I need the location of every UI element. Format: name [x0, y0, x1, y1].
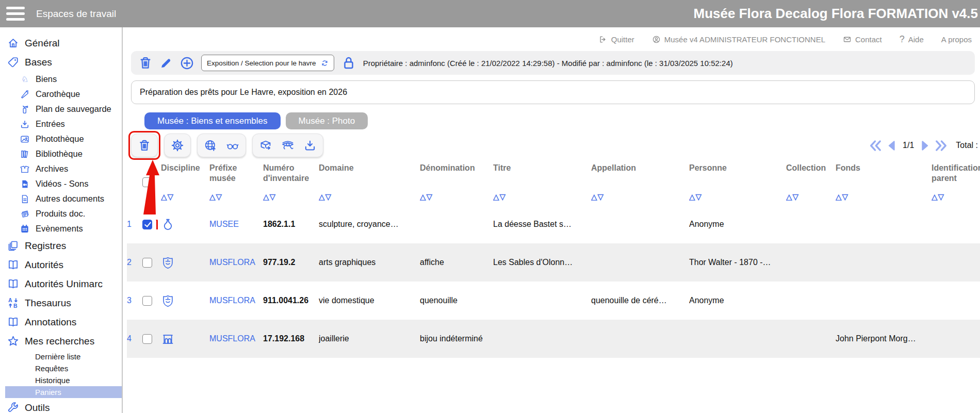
sort-icons[interactable]: △▽ [932, 192, 977, 202]
prefixe-link[interactable]: MUSEE [209, 220, 239, 229]
refresh-icon[interactable] [321, 59, 329, 67]
tab[interactable]: Musée : Biens et ensembles [144, 112, 281, 129]
edit-basket-icon[interactable] [159, 56, 173, 70]
domaine-cell: joaillerie [319, 334, 420, 343]
glasses-icon[interactable] [226, 139, 239, 152]
sidebar-item-label: Paniers [35, 388, 61, 397]
sidebar-item[interactable]: Mes recherches [5, 332, 122, 351]
sort-icons[interactable]: △▽ [836, 192, 928, 202]
sidebar-item-label: Vidéos - Sons [36, 179, 88, 189]
delete-basket-icon[interactable] [138, 56, 153, 70]
globe-export-icon[interactable] [204, 139, 217, 152]
previous-page-icon[interactable] [885, 139, 899, 153]
table-row[interactable]: 3 MUSFLORA 911.0041.26 vie domestique qu… [127, 282, 980, 320]
sidebar-item[interactable]: Bibliothèque [5, 146, 122, 161]
quitter-link[interactable]: Quitter [599, 35, 634, 44]
user-menu[interactable]: Musée v4 ADMINISTRATEUR FONCTIONNEL [652, 35, 825, 44]
discipline-cell [161, 332, 209, 346]
sidebar-item[interactable]: Evènements [5, 221, 122, 236]
select-all-checkbox[interactable] [142, 177, 152, 187]
sort-icons[interactable]: △▽ [420, 192, 490, 202]
sidebar-item-label: Bases [25, 57, 52, 68]
next-page-icon[interactable] [918, 139, 932, 153]
prefixe-link[interactable]: MUSFLORA [209, 296, 255, 305]
tab-label: Musée : Photo [299, 116, 355, 126]
sidebar-item[interactable]: Autorités Unimarc [5, 274, 122, 293]
last-page-icon[interactable] [934, 139, 948, 153]
sidebar-item[interactable]: Biens [5, 72, 122, 87]
sort-icons[interactable]: △▽ [689, 192, 783, 202]
contact-link[interactable]: Contact [843, 35, 882, 44]
sidebar-item[interactable]: Plan de sauvegarde [5, 102, 122, 117]
select-all-cell [142, 162, 161, 205]
sort-icons[interactable]: △▽ [319, 192, 417, 202]
sidebar-item[interactable]: Archives [5, 161, 122, 176]
row-number-link[interactable]: 3 [127, 296, 132, 305]
sidebar-item[interactable]: Photothèque [5, 131, 122, 146]
paper-stack-icon [20, 209, 30, 219]
basket-selector[interactable]: Exposition / Selection pour le havre [201, 55, 334, 71]
basket-description-field[interactable]: Préparation des prêts pour Le Havre, exp… [131, 80, 975, 104]
delete-selected-button[interactable] [131, 134, 158, 157]
table-row[interactable]: 1 MUSEE 1862.1.1 sculpture, croyance… La… [127, 205, 980, 243]
open-book-icon [7, 278, 19, 290]
sidebar-item-label: Mes recherches [25, 336, 94, 347]
sidebar-item-label: Général [25, 38, 60, 49]
lock-icon[interactable] [341, 55, 356, 71]
sidebar-item[interactable]: Registres [5, 236, 122, 255]
box-export-icon[interactable] [259, 139, 272, 152]
sidebar-item[interactable]: Bases [5, 53, 122, 72]
prefixe-link[interactable]: MUSFLORA [209, 334, 255, 343]
sidebar-item[interactable]: Autres documents [5, 191, 122, 206]
sidebar-item[interactable]: Produits doc. [5, 206, 122, 221]
first-page-icon[interactable] [869, 139, 883, 153]
add-basket-icon[interactable] [179, 56, 194, 71]
sort-icons[interactable]: △▽ [786, 192, 832, 202]
row-checkbox[interactable] [142, 258, 152, 268]
eye-of-horus-icon[interactable] [281, 139, 295, 152]
row-number-link[interactable]: 2 [127, 258, 132, 267]
workspace-label[interactable]: Espaces de travail [36, 8, 116, 20]
sidebar-item-label: Biens [36, 74, 57, 84]
sidebar-item[interactable]: Dernière liste [5, 351, 122, 362]
row-number-link[interactable]: 1 [127, 220, 132, 229]
aide-link[interactable]: ? Aide [900, 34, 924, 45]
sort-icons[interactable]: △▽ [591, 192, 686, 202]
personne-cell: Anonyme [689, 220, 786, 229]
sidebar-item[interactable]: Requêtes [5, 362, 122, 374]
prefixe-link[interactable]: MUSFLORA [209, 258, 255, 267]
sidebar-item[interactable]: Autorités [5, 255, 122, 274]
tab[interactable]: Musée : Photo [286, 112, 368, 129]
column-header-domaine: Domaine△▽ [319, 162, 420, 205]
row-number-link[interactable]: 4 [127, 334, 132, 343]
tag-icon [7, 56, 19, 68]
sidebar-item[interactable]: Carothèque [5, 87, 122, 102]
download-icon[interactable] [303, 139, 317, 152]
table-row[interactable]: 2 MUSFLORA 977.19.2 arts graphiques affi… [127, 243, 980, 282]
apropos-link[interactable]: A propos [941, 35, 972, 44]
hamburger-menu-icon[interactable] [6, 7, 25, 21]
utility-bar: Quitter Musée v4 ADMINISTRATEUR FONCTION… [123, 27, 980, 51]
sort-icons[interactable]: △▽ [263, 192, 316, 202]
row-checkbox[interactable] [142, 296, 152, 306]
fire-extinguisher-icon [20, 104, 30, 114]
row-checkbox[interactable] [142, 220, 152, 229]
flora-app-window: Espaces de travail Musée Flora Decalog F… [0, 0, 980, 413]
sidebar-item[interactable]: Entrées [5, 117, 122, 131]
sidebar-item[interactable]: Thesaurus [5, 293, 122, 312]
settings-button[interactable] [164, 134, 191, 157]
sidebar-item[interactable]: Vidéos - Sons [5, 176, 122, 191]
sidebar-item[interactable]: Historique [5, 374, 122, 386]
sidebar-item[interactable]: Général [5, 34, 122, 53]
content-area: Quitter Musée v4 ADMINISTRATEUR FONCTION… [123, 27, 980, 413]
row-checkbox[interactable] [142, 334, 152, 344]
sidebar-item-label: Evènements [36, 224, 83, 234]
column-header-numero: Numéro d'inventaire△▽ [263, 162, 319, 205]
sidebar-item[interactable]: Paniers [5, 386, 122, 398]
sort-icons[interactable]: △▽ [209, 192, 260, 202]
sort-icons[interactable]: △▽ [493, 192, 588, 202]
sidebar-item[interactable]: Outils [5, 398, 122, 413]
table-row[interactable]: 4 MUSFLORA 17.192.168 joaillerie bijou i… [127, 320, 980, 358]
sidebar-item[interactable]: Annotations [5, 312, 122, 332]
sort-icons[interactable]: △▽ [161, 192, 206, 202]
